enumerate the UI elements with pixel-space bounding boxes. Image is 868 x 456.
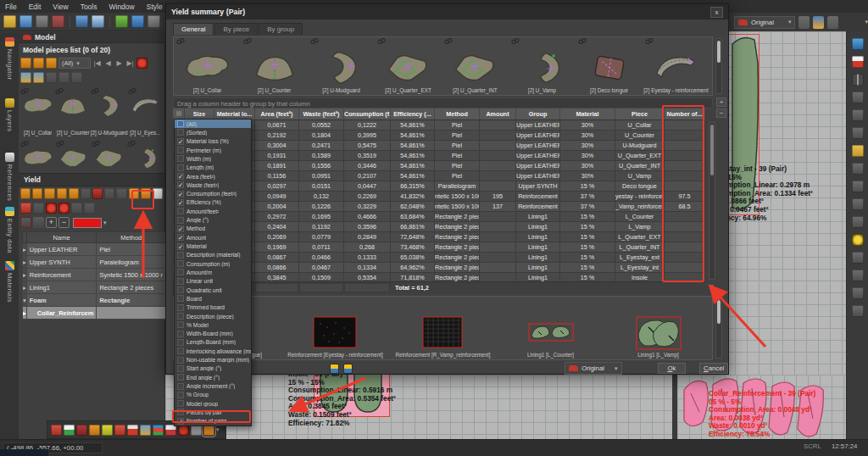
checkbox-icon[interactable]	[177, 164, 184, 171]
rotate-left-icon[interactable]	[104, 188, 114, 199]
curve-red-icon[interactable]	[114, 425, 125, 436]
edit-yield-icon[interactable]	[20, 188, 31, 199]
pieces-filter-select[interactable]: (All)▾	[58, 58, 91, 69]
column-menu-item[interactable]: (Sorted)	[175, 128, 251, 136]
column-menu-item[interactable]: ✓Efficiency (%)	[175, 198, 251, 207]
summary-piece-thumb[interactable]: [2] Deco tongue	[576, 37, 643, 95]
summary-piece-thumb[interactable]: [2] Eyestay - reinforcement	[643, 37, 709, 95]
rotate-right-icon[interactable]	[116, 188, 126, 199]
zoom-icon[interactable]	[92, 15, 104, 28]
edit-piece-icon[interactable]	[33, 58, 44, 69]
remove-view-icon[interactable]	[827, 16, 838, 29]
column-menu-item[interactable]: Angle increment (°)	[175, 381, 251, 390]
summary-table-row[interactable]: 0,08660,04670,133464,962%Rectangle 2 pie…	[173, 263, 705, 273]
nest-result-thumb[interactable]: Lining1 [L_Counter]	[497, 297, 604, 359]
column-menu-item[interactable]: Start angle (°)	[175, 364, 251, 373]
menu-file[interactable]: File	[5, 3, 17, 11]
rotate-yellow-icon[interactable]	[102, 425, 113, 436]
yield-group-row[interactable]: ▸ReinforcementSyntetic 1500 x 1000 r37 %	[23, 269, 186, 281]
summary-piece-thumb[interactable]: [2] U_Quarter_INT	[442, 37, 509, 95]
remove-group-icon[interactable]	[33, 217, 44, 228]
brush-dark-icon[interactable]	[852, 216, 864, 228]
collapse-all-button[interactable]: −	[716, 108, 726, 118]
dialog-tab-by-group[interactable]: By group	[259, 23, 303, 35]
column-menu-item[interactable]: Linear unit	[175, 277, 251, 286]
dialog-titlebar[interactable]: Yield summary (Pair) x	[166, 4, 728, 19]
dialog-tab-general[interactable]: General	[173, 23, 214, 35]
column-menu-item[interactable]: Model group	[175, 399, 251, 408]
arrow-out-icon[interactable]	[852, 270, 864, 281]
column-menu-item[interactable]: Perimeter (m)	[175, 146, 251, 154]
summary-piece-thumb[interactable]: [2] U_Counter	[241, 37, 308, 95]
checkbox-icon[interactable]	[177, 400, 184, 407]
summary-col-cons[interactable]: Consumption (f...	[344, 108, 391, 120]
ruler-line-icon[interactable]	[852, 74, 864, 86]
cut-icon[interactable]	[115, 15, 128, 28]
pieces-view-icon[interactable]	[813, 16, 824, 29]
checkbox-icon[interactable]: ✓	[177, 138, 184, 145]
nav-last-icon[interactable]: ▶|	[125, 59, 135, 67]
pieces-strip-top[interactable]: [2] U_Collar[2] U_Counter[2] U-Mudguard[…	[173, 36, 713, 96]
menu-window[interactable]: Window	[108, 3, 134, 11]
column-menu-item[interactable]: Quadratic unit	[175, 286, 251, 294]
checkbox-icon[interactable]	[177, 260, 184, 267]
sidebar-tab-layers[interactable]: Layers	[0, 93, 19, 147]
doc-gray3-icon[interactable]	[852, 127, 864, 139]
checkbox-icon[interactable]	[177, 278, 184, 285]
nav-first-icon[interactable]: |◀	[92, 59, 102, 67]
add-group-icon[interactable]	[20, 217, 31, 228]
nest-option-icon[interactable]	[330, 364, 339, 374]
summary-table-row[interactable]: 0,20040,12260,322962,048%ntetic 1500 x 1…	[173, 202, 705, 212]
column-menu-item[interactable]: Description (piece)	[175, 312, 251, 320]
model-piece-thumb[interactable]: [2] U_Eyes...	[128, 85, 163, 137]
column-menu-item[interactable]: Length-Board (mm)	[175, 338, 251, 347]
checkbox-icon[interactable]: ✓	[177, 199, 184, 206]
checkbox-icon[interactable]	[177, 313, 184, 320]
recalc-icon[interactable]	[33, 203, 44, 214]
summary-table-row[interactable]: 0,24040,11920,359666,861%Rectangle 2 pie…	[173, 222, 705, 232]
model-piece-thumb[interactable]	[20, 137, 56, 173]
bottom-toolbar-overflow-icon[interactable]: ▾	[216, 426, 220, 433]
arrow-dark-red-icon[interactable]	[76, 425, 87, 436]
checkbox-icon[interactable]: ✓	[177, 243, 184, 250]
color-swatch-caret-icon[interactable]: ▾	[103, 220, 107, 226]
minus-button[interactable]: −	[58, 217, 70, 228]
yield-group-row[interactable]: ▸Upper SYNTHParalellogram15 %	[23, 256, 186, 269]
summary-piece-thumb[interactable]: [2] U-Mudguard	[308, 37, 375, 95]
save-icon[interactable]	[19, 15, 32, 28]
scissors-icon[interactable]	[852, 252, 864, 264]
column-menu-item[interactable]: % Group	[175, 391, 251, 399]
column-menu-item[interactable]: Amount/m	[175, 268, 251, 276]
plus-button[interactable]: +	[46, 217, 57, 228]
yield-group-row[interactable]: ▸Collar_Reinforcem	[23, 307, 186, 320]
checkbox-icon[interactable]	[177, 295, 184, 302]
model-piece-thumb[interactable]: [2] U_Counter	[55, 85, 90, 137]
column-menu-item[interactable]: Length (m)	[175, 164, 251, 172]
open-folder-icon[interactable]	[3, 15, 16, 28]
redo-icon[interactable]	[147, 15, 160, 28]
doc-gray2-icon[interactable]	[852, 109, 864, 121]
checkbox-icon[interactable]	[177, 339, 184, 346]
yield-group-row[interactable]: ▸Lining1Rectangle 2 pieces15 %	[23, 281, 186, 294]
shoe-red-icon[interactable]	[51, 425, 62, 436]
checkbox-icon[interactable]	[177, 147, 184, 153]
nest-result-thumb[interactable]: Reinforcement [Eyestay - reinforcement]	[281, 297, 389, 359]
column-menu-item[interactable]: ✓Material loss (%)	[175, 137, 251, 146]
column-menu-item[interactable]: Description (material)	[175, 251, 251, 259]
dialog-view-selector[interactable]: Original ▾	[565, 362, 621, 375]
checkbox-icon[interactable]	[177, 383, 184, 390]
sidebar-tab-navigator[interactable]: Navigator	[0, 32, 19, 93]
clipboard-icon[interactable]	[852, 163, 864, 175]
summary-table-row[interactable]: 0,09490,1320,226941,832%ntetic 1500 x 10…	[173, 192, 705, 202]
checkbox-icon[interactable]	[177, 365, 184, 372]
send-piece-icon[interactable]	[46, 58, 57, 69]
checkbox-icon[interactable]: ✓	[177, 181, 184, 188]
checkbox-icon[interactable]	[177, 269, 184, 275]
expand-icon[interactable]	[81, 188, 91, 199]
summary-table-row[interactable]: 0,11560,09510,210754,861%PielUpper LEATH…	[173, 171, 705, 181]
checkbox-icon[interactable]	[177, 392, 184, 398]
yield-mirror-icon[interactable]	[32, 188, 42, 199]
menu-style[interactable]: Style	[147, 3, 163, 11]
nest-result-thumb[interactable]: Lining1 [L_Vamp]	[604, 297, 712, 359]
column-menu-item[interactable]: Interlocking allowance (mm)	[175, 347, 251, 355]
